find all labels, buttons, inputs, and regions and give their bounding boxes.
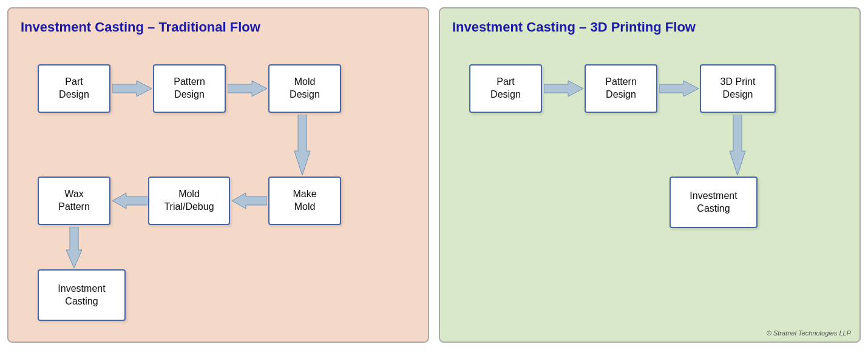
left-flow-area: PartDesign PatternDesign MoldDesign Make… (21, 46, 416, 333)
box-print-design: 3D PrintDesign (700, 64, 776, 113)
arrow-5 (112, 192, 147, 210)
box-mold-design: MoldDesign (268, 64, 341, 113)
arrow-2 (228, 79, 267, 98)
left-panel: Investment Casting – Traditional Flow Pa… (7, 7, 429, 343)
svg-marker-7 (659, 81, 699, 96)
arrow-r3 (728, 115, 747, 175)
svg-marker-8 (730, 115, 745, 175)
main-container: Investment Casting – Traditional Flow Pa… (0, 0, 868, 350)
svg-marker-0 (112, 81, 152, 96)
right-panel-title: Investment Casting – 3D Printing Flow (452, 19, 847, 35)
box-wax-pattern: WaxPattern (38, 177, 110, 225)
right-title-plain: Investment Casting – (452, 19, 590, 35)
svg-marker-1 (228, 81, 267, 96)
right-panel: Investment Casting – 3D Printing Flow Pa… (439, 7, 861, 343)
svg-marker-4 (112, 193, 147, 209)
box-mold-trial: MoldTrial/Debug (148, 177, 230, 225)
svg-marker-6 (544, 81, 583, 96)
svg-marker-3 (232, 193, 267, 209)
box-pattern-design-r: PatternDesign (585, 64, 657, 113)
arrow-3 (293, 115, 311, 175)
arrow-r2 (659, 79, 699, 98)
left-title-bold: Traditional Flow (158, 19, 260, 35)
box-part-design: PartDesign (38, 64, 110, 113)
arrow-4 (232, 192, 267, 210)
left-title-plain: Investment Casting – (21, 19, 158, 35)
box-investment-casting-right: InvestmentCasting (670, 177, 758, 228)
right-title-bold: 3D Printing Flow (590, 19, 696, 35)
svg-marker-2 (294, 115, 310, 175)
copyright: © Stratnel Technologies LLP (767, 329, 851, 337)
left-panel-title: Investment Casting – Traditional Flow (21, 19, 416, 35)
box-part-design-r: PartDesign (469, 64, 542, 113)
right-flow-area: PartDesign PatternDesign 3D PrintDesign … (452, 46, 847, 333)
arrow-1 (112, 79, 152, 98)
arrow-6 (65, 227, 83, 268)
box-make-mold: MakeMold (268, 177, 341, 225)
box-investment-casting-left: InvestmentCasting (38, 269, 126, 321)
arrow-r1 (544, 79, 583, 98)
box-pattern-design: PatternDesign (153, 64, 226, 113)
svg-marker-5 (66, 227, 82, 268)
